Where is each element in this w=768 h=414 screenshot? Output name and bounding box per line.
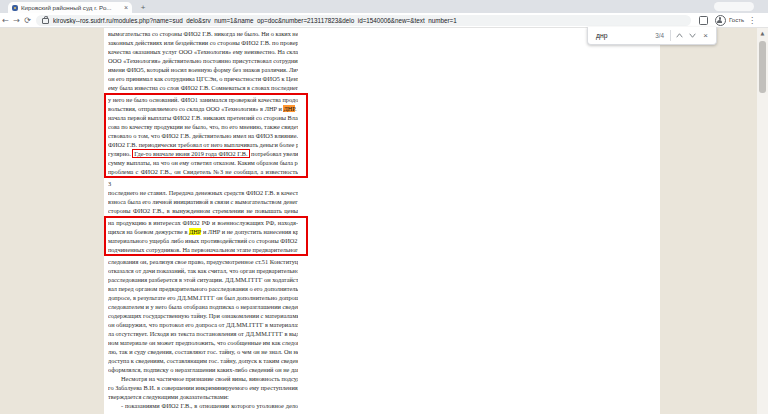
text-block: вымогательства со стороны ФИО2 Г.В. нико…	[108, 29, 298, 92]
text-line: доступа к сведениям, составляющим гос. т…	[108, 356, 298, 365]
annotation-box: на продукцию в интересах ФИО2 РФ и военн…	[104, 216, 308, 256]
lock-icon[interactable]	[42, 18, 49, 24]
text-line: сова по качеству продукции не было, что,…	[108, 122, 298, 131]
text-line: выделено в отдельное производство в связ…	[108, 410, 298, 414]
text-line: подчиненных сотрудников. На первоначальн…	[108, 245, 298, 254]
text-line: сумму выплаты, на что он ему ответил отк…	[108, 158, 298, 167]
text-line: Несмотря на частичное признание своей ви…	[108, 374, 298, 383]
text-line: законных действиях или бездействии со ст…	[108, 38, 298, 47]
text-line: он его принимал как сотрудника ЦГСЭн, о …	[108, 74, 298, 83]
text-line: - показаниями ФИО2 Г.В., в отношении кот…	[108, 401, 298, 410]
toolbar-actions: Гость ⋮	[695, 15, 762, 26]
text-line: содержащих государственную тайну. При оз…	[108, 311, 298, 320]
address-bar[interactable]: kirovsky--ros.sudrf.ru/modules.php?name=…	[36, 15, 691, 26]
browser-menu-icon[interactable]: ⋮	[748, 16, 756, 25]
document-text: вымогательства со стороны ФИО2 Г.В. нико…	[108, 29, 298, 414]
tab-close-icon[interactable]: ×	[124, 4, 128, 11]
text-line: го Забалуева В.И. в совершении инкримини…	[108, 383, 298, 392]
profile-avatar[interactable]	[715, 15, 726, 26]
text-line: ему была известна со слов ФИО2 Г.В. Сомн…	[108, 83, 298, 92]
page-background: вымогательства со стороны ФИО2 Г.В. нико…	[0, 28, 768, 414]
site-favicon	[12, 5, 18, 11]
text-line: ФИО2 Г.В. периодически требовал от него …	[108, 140, 298, 149]
text-line: стороны ФИО2 Г.В., в вынужденном стремле…	[108, 206, 298, 215]
text-line: ла отсутствует. Исходя из текста постано…	[108, 329, 298, 338]
new-tab-button[interactable]: +	[138, 3, 148, 13]
text-line: вымогательства со стороны ФИО2 Г.В. нико…	[108, 29, 298, 38]
text-line: ствовало о том, что ФИО2 Г.В. действител…	[108, 131, 298, 140]
find-close-icon[interactable]: ×	[699, 29, 712, 42]
find-bar: днр 3/4 ×	[587, 27, 717, 45]
document-sheet: вымогательства со стороны ФИО2 Г.В. нико…	[104, 28, 660, 414]
text-line: на продукцию в интересах ФИО2 РФ и военн…	[108, 218, 298, 227]
text-line: отказался от дачи показаний, так как счи…	[108, 266, 298, 275]
tab-search-button[interactable]	[714, 2, 754, 11]
search-match-active: ДНР	[283, 105, 295, 112]
scroll-up-icon[interactable]: ▲	[757, 28, 768, 39]
text-line: качества оказанных услуг ООО «Технология…	[108, 47, 298, 56]
text-block: следования он, реализуя свое право, пред…	[108, 257, 298, 414]
tab-strip: Кировский районный суд г. Ро... × +	[0, 0, 768, 13]
find-query-input[interactable]: днр	[596, 32, 655, 39]
scrollbar-thumb[interactable]	[759, 41, 766, 93]
text-line: начала первой выплаты ФИО2 Г.В. никаких …	[108, 113, 298, 122]
text-line: оформлялся, подписку о неразглашении как…	[108, 365, 298, 374]
text-line: ном материале он может предположить, что…	[108, 338, 298, 347]
url-text: kirovsky--ros.sudrf.ru/modules.php?name=…	[53, 17, 457, 24]
text-line: взноса была его личной инициативой в свя…	[108, 197, 298, 206]
text-line: лю, так и суду сведения, составляют гос.…	[108, 347, 298, 356]
text-block: последнего не ставил. Передача денежных …	[108, 188, 298, 215]
browser-tab[interactable]: Кировский районный суд г. Ро... ×	[8, 2, 132, 13]
scrollbar[interactable]: ▲	[757, 28, 768, 414]
text-line: имени ФИО5, который носил военную форму …	[108, 65, 298, 74]
text-line: проблема с ФИО2 Г.В., он Свидетель №3 не…	[108, 167, 298, 176]
tab-title: Кировский районный суд г. Ро...	[21, 4, 122, 11]
profile-label: Гость	[729, 17, 744, 23]
text-line: вал перед органом предварительного рассл…	[108, 284, 298, 293]
forward-icon[interactable]: →	[11, 15, 22, 26]
text-line: вольствия, отправляемого со склада ООО «…	[108, 104, 298, 113]
find-next-icon[interactable]	[686, 29, 699, 42]
text-line: ООО «Технология» действительно постоянно…	[108, 56, 298, 65]
text-line: у него не было оснований. ФИО1 занимался…	[108, 95, 298, 104]
browser-toolbar: ← → ⟳ kirovsky--ros.sudrf.ru/modules.php…	[0, 13, 768, 28]
text-line: расследования разберется в этой ситуации…	[108, 275, 298, 284]
text-line: последнего не ставил. Передача денежных …	[108, 188, 298, 197]
extensions-icon[interactable]	[699, 16, 708, 25]
search-match: ДНР	[189, 228, 201, 235]
back-icon[interactable]: ←	[0, 15, 11, 26]
reload-icon[interactable]: ⟳	[22, 15, 33, 26]
text-line: материального ущерба либо иных противоде…	[108, 236, 298, 245]
page-number: 3	[108, 179, 298, 188]
inline-annotation-box: Где-то вначале июня 2019 года ФИО2 Г.В.	[132, 149, 249, 158]
find-previous-icon[interactable]	[673, 29, 686, 42]
text-line: он обнаружил, что протокол его допроса о…	[108, 320, 298, 329]
text-line: гулярно. Где-то вначале июня 2019 года Ф…	[108, 149, 298, 158]
find-match-count: 3/4	[655, 32, 664, 39]
annotation-box: у него не было оснований. ФИО1 занимался…	[104, 93, 308, 178]
text-line: следования он, реализуя свое право, пред…	[108, 257, 298, 266]
text-line: допросе, в результате его ДД.ММ.ГГГГ он …	[108, 293, 298, 302]
text-line: щихся на боевом дежурстве в ДНР и ЛНР и …	[108, 227, 298, 236]
find-divider	[670, 30, 671, 41]
text-line: следователем и у него была отобрана подп…	[108, 302, 298, 311]
text-line: тверждается следующими доказательствами:	[108, 392, 298, 401]
